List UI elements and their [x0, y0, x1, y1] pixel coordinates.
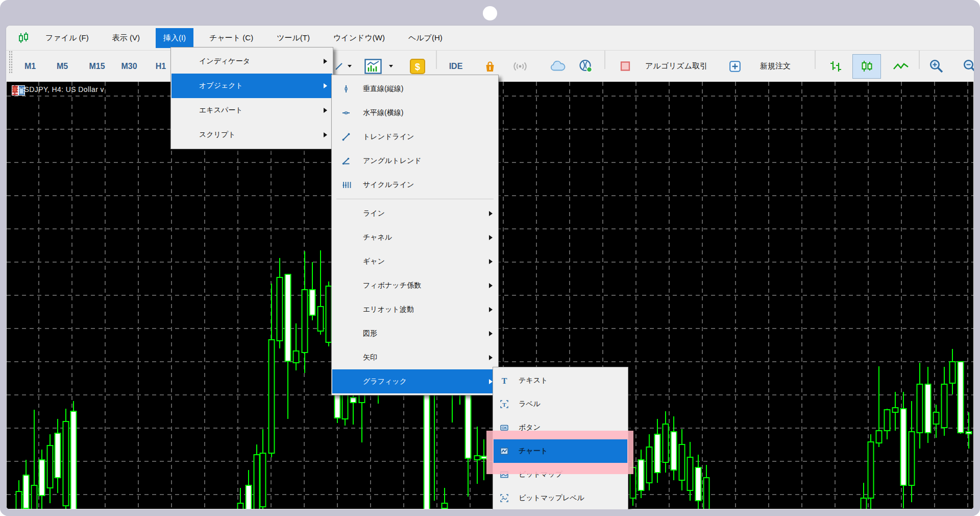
- menu-item-label: サイクルライン: [363, 180, 498, 190]
- signals-broadcast-button[interactable]: [512, 51, 528, 82]
- menubar-item-help[interactable]: ヘルプ(H): [401, 28, 450, 48]
- cycle-line-icon: [342, 181, 351, 189]
- menu-item-cycle-line[interactable]: サイクルライン: [332, 173, 498, 197]
- menu-item-indicators[interactable]: インディケータ: [172, 49, 332, 74]
- algo-trading-toggle-icon[interactable]: [621, 51, 630, 82]
- menu-item-label: オブジェクト: [199, 81, 332, 90]
- menu-item-vertical-line[interactable]: 垂直線(縦線): [332, 77, 498, 101]
- menu-item-label: ビットマップ: [519, 470, 627, 479]
- menu-item-label: 水平線(横線): [363, 108, 498, 118]
- timeframe-m15-button[interactable]: M15: [89, 51, 105, 82]
- bitmap-icon: [500, 471, 508, 479]
- menu-item-label: 矢印: [363, 353, 498, 362]
- submenu-arrow-icon: [324, 132, 327, 137]
- menubar-item-insert[interactable]: 挿入(I): [156, 28, 193, 48]
- menu-item-fibonacci[interactable]: フィボナッチ係数: [332, 273, 498, 297]
- menubar-item-tools[interactable]: ツール(T): [269, 28, 317, 48]
- menu-item-label: フィボナッチ係数: [363, 281, 498, 290]
- toolbar-drag-handle[interactable]: [9, 51, 12, 73]
- menu-item-lines[interactable]: ライン: [332, 201, 498, 225]
- menubar-item-view[interactable]: 表示 (V): [105, 28, 148, 48]
- menu-item-gann[interactable]: ギャン: [332, 249, 498, 273]
- svg-text:T: T: [502, 377, 507, 385]
- frame-bottom-edge: [0, 509, 980, 516]
- menu-item-elliott[interactable]: エリオット波動: [332, 297, 498, 321]
- menu-item-label: ボタン: [519, 423, 627, 432]
- menu-item-label: 図形: [363, 329, 498, 338]
- menu-item-channels[interactable]: チャネル: [332, 225, 498, 249]
- graphic-menu: TテキストTラベルOKボタンチャートビットマップビットマップレベル: [493, 367, 628, 512]
- trendline-icon: [342, 133, 350, 141]
- symbol-title: USDJPY, H4: US Dollar v: [19, 85, 104, 93]
- submenu-arrow-icon: [489, 283, 493, 288]
- menu-item-label: アングルトレンド: [363, 156, 498, 166]
- angle-trend-icon: [342, 157, 350, 165]
- bitmap-level-icon: [500, 494, 508, 502]
- menu-item-trendline[interactable]: トレンドライン: [332, 125, 498, 149]
- button-icon: OK: [500, 424, 508, 432]
- toolbar-separator: [919, 51, 920, 69]
- menu-item-label: ビットマップレベル: [519, 494, 627, 503]
- menu-item-label: 垂直線(縦線): [363, 84, 498, 93]
- menu-item-scripts[interactable]: スクリプト: [172, 123, 332, 147]
- cloud-storage-button[interactable]: [550, 51, 566, 82]
- menu-item-chart-object[interactable]: チャート: [494, 439, 627, 463]
- label-icon: T: [500, 400, 508, 408]
- chart-symbol-label: USDJPY, H4: US Dollar v: [12, 85, 104, 93]
- menu-item-label[interactable]: Tラベル: [494, 392, 627, 416]
- menu-item-button[interactable]: OKボタン: [494, 416, 627, 439]
- toolbar-separator: [605, 51, 605, 69]
- zoom-out-button[interactable]: [963, 51, 974, 82]
- new-order-icon[interactable]: [729, 51, 741, 82]
- timeframe-m5-button[interactable]: M5: [57, 51, 68, 82]
- menu-item-objects[interactable]: オブジェクト: [172, 74, 332, 98]
- submenu-arrow-icon: [489, 379, 493, 384]
- menu-item-bitmap-level[interactable]: ビットマップレベル: [494, 486, 627, 510]
- hline-icon: [342, 109, 350, 117]
- app-logo-candles-icon: [17, 32, 30, 44]
- menu-item-label: ラベル: [519, 400, 627, 409]
- record-dot: [483, 6, 497, 20]
- timeframe-m30-button[interactable]: M30: [121, 51, 137, 82]
- menu-item-graphical[interactable]: グラフィック: [332, 369, 498, 393]
- svg-text:OK: OK: [502, 426, 507, 430]
- toolbar-separator: [815, 51, 816, 69]
- zoom-in-button[interactable]: [929, 51, 944, 82]
- algo-trading-label[interactable]: アルゴリズム取引: [645, 51, 707, 82]
- menu-item-label: テキスト: [519, 376, 627, 385]
- insert-menu: インディケータオブジェクトエキスパートスクリプト: [170, 47, 333, 149]
- text-icon: T: [500, 377, 508, 385]
- new-order-button[interactable]: 新規注文: [760, 51, 791, 82]
- menu-item-shapes[interactable]: 図形: [332, 321, 498, 345]
- menu-item-label: チャート: [519, 447, 627, 456]
- community-button[interactable]: [579, 51, 593, 82]
- menu-item-label: ライン: [363, 209, 498, 218]
- vline-icon: [342, 85, 350, 93]
- candle-chart-button[interactable]: [852, 51, 881, 82]
- menu-item-label: インディケータ: [199, 57, 332, 66]
- menubar-item-charts[interactable]: チャート (C): [202, 28, 261, 48]
- timeframe-m1-button[interactable]: M1: [24, 51, 36, 82]
- menu-item-label: スクリプト: [199, 130, 332, 139]
- submenu-arrow-icon: [489, 307, 493, 312]
- menu-item-arrows[interactable]: 矢印: [332, 345, 498, 369]
- timeframe-h1-button[interactable]: H1: [156, 51, 166, 82]
- svg-text:$: $: [415, 62, 420, 72]
- submenu-arrow-icon: [489, 355, 493, 360]
- object-menu: 垂直線(縦線)水平線(横線)トレンドラインアングルトレンドサイクルラインラインチ…: [331, 75, 499, 395]
- menu-item-label: エキスパート: [199, 106, 332, 115]
- svg-text:T: T: [502, 402, 506, 408]
- menu-item-label: ギャン: [363, 257, 498, 266]
- menubar-item-file[interactable]: ファイル (F): [38, 28, 96, 48]
- menu-item-experts[interactable]: エキスパート: [172, 98, 332, 123]
- bar-chart-button[interactable]: [829, 51, 842, 82]
- menu-item-text[interactable]: Tテキスト: [494, 369, 627, 392]
- menu-item-label: チャネル: [363, 233, 498, 242]
- submenu-arrow-icon: [489, 259, 493, 264]
- menubar-item-window[interactable]: ウインドウ(W): [326, 28, 393, 48]
- menu-item-horizontal-line[interactable]: 水平線(横線): [332, 101, 498, 125]
- menu-item-bitmap[interactable]: ビットマップ: [494, 463, 627, 486]
- submenu-arrow-icon: [324, 59, 327, 64]
- menu-item-angle-trend[interactable]: アングルトレンド: [332, 149, 498, 173]
- line-chart-button[interactable]: [893, 51, 909, 82]
